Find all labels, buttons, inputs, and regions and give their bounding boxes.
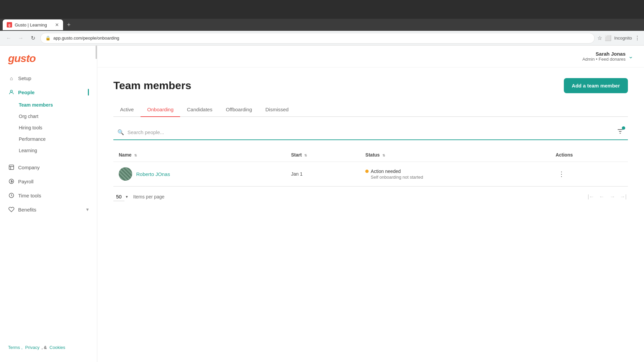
cookies-link[interactable]: Cookies	[50, 345, 65, 350]
sidebar-item-benefits[interactable]: Benefits ▾	[4, 203, 93, 216]
name-sort-icon[interactable]: ⇅	[134, 154, 137, 157]
sidebar-nav: ⌂ Setup People Team members Org chart Hi…	[0, 71, 97, 216]
url-text: app.gusto.com/people/onboarding	[53, 36, 119, 41]
start-sort-icon[interactable]: ⇅	[304, 154, 307, 157]
sidebar-subitem-hiring-tools[interactable]: Hiring tools	[4, 122, 93, 133]
top-bar: Sarah Jonas Admin • Feed donares ⌄	[97, 46, 644, 67]
search-input[interactable]	[127, 129, 613, 135]
sidebar-item-benefits-label: Benefits	[18, 207, 36, 213]
sidebar-item-setup-label: Setup	[18, 75, 31, 81]
bookmark-icon[interactable]: ☆	[597, 35, 602, 41]
prev-page-button[interactable]: ←	[597, 192, 606, 201]
profile-icon[interactable]: Incognito	[614, 36, 632, 41]
main-content: Sarah Jonas Admin • Feed donares ⌄ Team …	[97, 46, 644, 362]
member-name-cell: Roberto JOnas	[113, 162, 286, 186]
search-bar: 🔍	[113, 125, 628, 140]
sidebar-header: gusto	[0, 46, 97, 71]
per-page-arrow-icon: ▾	[126, 194, 128, 199]
tab-favicon: g	[7, 22, 12, 27]
hiring-tools-label: Hiring tools	[19, 125, 42, 130]
page-title: Team members	[113, 79, 191, 92]
app-layout: gusto ⌂ Setup People Team members Org ch…	[0, 46, 644, 362]
sidebar-subitem-team-members[interactable]: Team members	[4, 100, 93, 110]
forward-button[interactable]: →	[16, 34, 25, 43]
url-bar[interactable]: 🔒 app.gusto.com/people/onboarding	[40, 33, 595, 44]
browser-nav: ← → ↻ 🔒 app.gusto.com/people/onboarding …	[0, 31, 644, 46]
page-header: Team members Add a team member	[113, 78, 628, 93]
new-tab-button[interactable]: +	[64, 21, 73, 28]
footer-links: Terms, Privacy , & Cookies	[0, 340, 97, 355]
tab-close-button[interactable]: ✕	[55, 22, 59, 27]
add-team-member-button[interactable]: Add a team member	[564, 78, 628, 93]
sidebar-item-people[interactable]: People	[4, 85, 93, 99]
sidebar-subitem-performance[interactable]: Performance	[4, 134, 93, 144]
user-details: Sarah Jonas Admin • Feed donares	[582, 51, 626, 62]
tab-active[interactable]: Active	[113, 103, 141, 117]
svg-rect-1	[9, 165, 14, 170]
status-sort-icon[interactable]: ⇅	[382, 154, 385, 157]
extensions-icon[interactable]: ⬜	[605, 35, 611, 41]
people-icon	[8, 89, 15, 96]
sidebar-subitem-learning[interactable]: Learning	[4, 145, 93, 156]
team-members-table: Name ⇅ Start ⇅ Status ⇅ Actions	[113, 148, 628, 186]
payroll-icon	[8, 178, 15, 185]
row-action-button[interactable]: ⋮	[555, 169, 568, 179]
next-page-button[interactable]: →	[608, 192, 617, 201]
first-page-button[interactable]: |←	[586, 192, 596, 201]
separator1: ,	[21, 345, 22, 350]
tab-offboarding[interactable]: Offboarding	[219, 103, 259, 117]
tab-dismissed[interactable]: Dismissed	[259, 103, 295, 117]
org-chart-label: Org chart	[19, 114, 38, 119]
member-status-cell: Action needed Self onboarding not starte…	[360, 162, 550, 186]
filter-button[interactable]	[616, 128, 624, 137]
terms-link[interactable]: Terms	[8, 345, 20, 350]
privacy-link[interactable]: Privacy	[25, 345, 40, 350]
member-start-cell: Jan 1	[286, 162, 360, 186]
col-status[interactable]: Status ⇅	[360, 148, 550, 162]
col-start[interactable]: Start ⇅	[286, 148, 360, 162]
sidebar-item-time-tools[interactable]: Time tools	[4, 189, 93, 202]
menu-icon[interactable]: ⋮	[635, 35, 640, 41]
gusto-logo: gusto	[8, 52, 89, 65]
status-label: Action needed	[371, 169, 401, 174]
pagination: 50 ▾ Items per page |← ← → →|	[113, 186, 628, 207]
tab-onboarding[interactable]: Onboarding	[141, 103, 180, 117]
separator2: , &	[42, 345, 47, 350]
svg-point-0	[10, 90, 12, 92]
sidebar-item-time-tools-label: Time tools	[18, 193, 41, 198]
user-menu[interactable]: Sarah Jonas Admin • Feed donares ⌄	[582, 51, 633, 62]
active-tab[interactable]: g Gusto | Learning ✕	[3, 19, 63, 30]
browser-tab-bar: g Gusto | Learning ✕ +	[0, 19, 644, 31]
member-link[interactable]: Roberto JOnas	[136, 171, 170, 177]
back-button[interactable]: ←	[4, 34, 13, 43]
company-icon	[8, 164, 15, 171]
user-role: Admin • Feed donares	[582, 57, 626, 62]
reload-button[interactable]: ↻	[28, 34, 38, 43]
last-page-button[interactable]: →|	[619, 192, 628, 201]
user-name: Sarah Jonas	[582, 51, 626, 57]
sidebar-subitem-org-chart[interactable]: Org chart	[4, 111, 93, 122]
performance-label: Performance	[19, 136, 46, 142]
tab-candidates[interactable]: Candidates	[180, 103, 219, 117]
page-content: Team members Add a team member Active On…	[97, 67, 644, 362]
status-dot-warning	[365, 170, 369, 173]
per-page-label: Items per page	[133, 194, 164, 199]
active-indicator	[88, 89, 89, 96]
sidebar-item-company[interactable]: Company	[4, 161, 93, 174]
sidebar-item-payroll[interactable]: Payroll	[4, 175, 93, 188]
filter-active-dot	[622, 126, 625, 130]
start-date: Jan 1	[291, 171, 303, 177]
sidebar-item-setup[interactable]: ⌂ Setup	[4, 71, 93, 85]
col-name[interactable]: Name ⇅	[113, 148, 286, 162]
avatar	[119, 167, 132, 181]
per-page-selector: 50 ▾	[113, 192, 128, 201]
time-tools-icon	[8, 192, 15, 199]
user-menu-chevron: ⌄	[628, 53, 633, 60]
table-row: Roberto JOnas Jan 1 Action needed	[113, 162, 628, 186]
sidebar-scrollbar	[96, 46, 97, 59]
avatar-image	[119, 167, 132, 181]
sidebar-item-company-label: Company	[18, 165, 40, 170]
per-page-select[interactable]: 50	[113, 192, 124, 201]
learning-label: Learning	[19, 148, 37, 153]
member-actions-cell: ⋮	[550, 162, 628, 186]
